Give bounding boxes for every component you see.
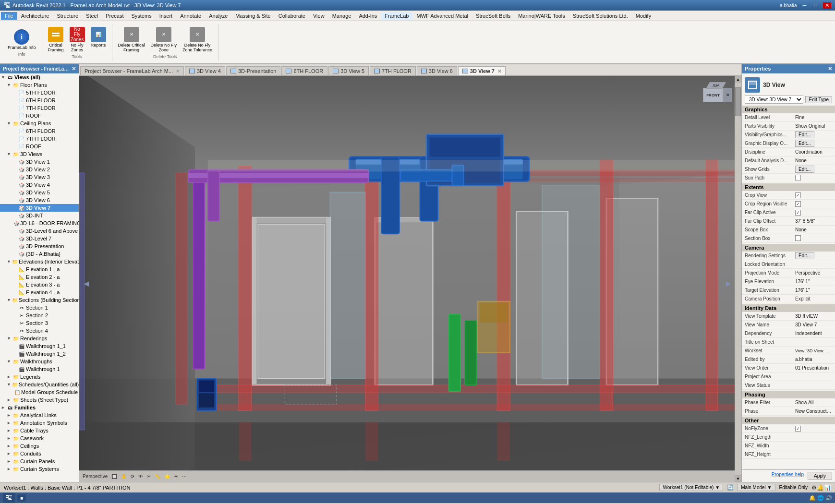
framelab-info-button[interactable]: i FrameLab Info bbox=[6, 28, 38, 51]
viewport[interactable]: FRONT TOP R ▲ ▼ ◄ ► Perspective 🔲 ✋ bbox=[79, 76, 741, 482]
menu-item-file[interactable]: File bbox=[1, 12, 17, 20]
tree-3d-views[interactable]: ▼ 📁 3D Views bbox=[0, 150, 79, 158]
sun-path-checkbox[interactable] bbox=[795, 175, 801, 180]
crop-region-checkbox[interactable] bbox=[795, 201, 801, 207]
menu-item-framelab[interactable]: FrameLab bbox=[381, 12, 412, 20]
delete-nfz-tolerance-button[interactable]: ✕ Delete No FlyZone Tolerance bbox=[181, 26, 214, 53]
main-model-label[interactable]: Main Model ▼ bbox=[738, 484, 775, 491]
tree-3dview6[interactable]: 🎲 3D View 6 bbox=[0, 196, 79, 204]
tree-3d-level7[interactable]: 🎲 3D-Level 7 bbox=[0, 235, 79, 242]
menu-item-addins[interactable]: Add-Ins bbox=[355, 12, 381, 20]
tree-3d-door-framing[interactable]: 🎲 3D-L6 - DOOR FRAMING bbox=[0, 219, 79, 227]
section-right-arrow[interactable]: ► bbox=[724, 279, 733, 289]
props-section-camera[interactable]: Camera bbox=[742, 244, 835, 252]
reports-button[interactable]: 📊 Reports bbox=[89, 26, 108, 53]
properties-close[interactable]: ✕ bbox=[828, 66, 832, 72]
menu-item-architecture[interactable]: Architecture bbox=[17, 12, 53, 20]
vp-tool-shadows[interactable]: ☀ bbox=[172, 473, 180, 480]
tree-3d-presentation[interactable]: 🎲 3D-Presentation bbox=[0, 242, 79, 250]
minimize-button[interactable]: ─ bbox=[801, 2, 809, 8]
tree-cable-trays[interactable]: ► 📁 Cable Trays bbox=[0, 427, 79, 434]
menu-item-analyze[interactable]: Analyze bbox=[205, 12, 231, 20]
tree-annotation-symbols[interactable]: ► 📁 Annotation Symbols bbox=[0, 419, 79, 427]
tree-renderings[interactable]: ▼ 📁 Renderings bbox=[0, 335, 79, 342]
graphic-display-edit[interactable]: Edit... bbox=[795, 140, 814, 147]
menu-item-precast[interactable]: Precast bbox=[102, 12, 127, 20]
scroll-track[interactable] bbox=[735, 83, 741, 475]
project-browser-close[interactable]: ✕ bbox=[72, 66, 76, 72]
menu-item-manage[interactable]: Manage bbox=[328, 12, 355, 20]
tree-ceilings[interactable]: ► 📁 Ceilings bbox=[0, 442, 79, 450]
tree-model-groups-schedule[interactable]: 📋 Model Groups Schedule bbox=[0, 388, 79, 396]
props-section-phasing[interactable]: Phasing bbox=[742, 391, 835, 398]
tab-6th-floor[interactable]: 6TH FLOOR bbox=[281, 66, 327, 75]
editable-only-label[interactable]: Editable Only bbox=[779, 485, 808, 490]
tree-ceil-7th[interactable]: 📄 7TH FLOOR bbox=[0, 135, 79, 143]
tree-3dview5[interactable]: 🎲 3D View 5 bbox=[0, 189, 79, 196]
menu-item-annotate[interactable]: Annotate bbox=[176, 12, 205, 20]
nav-cube[interactable]: FRONT TOP R bbox=[697, 80, 733, 116]
tab-3dview4[interactable]: 3D View 4 bbox=[185, 66, 225, 75]
visibility-graphics-edit[interactable]: Edit... bbox=[795, 131, 814, 138]
tab-3d-presentation[interactable]: 3D-Presentation bbox=[226, 66, 281, 75]
tree-sec4[interactable]: ✂ Section 4 bbox=[0, 327, 79, 335]
tree-3d-int[interactable]: 🎲 3D-INT bbox=[0, 212, 79, 219]
tree-analytical-links[interactable]: ► 📁 Analytical Links bbox=[0, 411, 79, 419]
tree-conduits[interactable]: ► 📁 Conduits bbox=[0, 450, 79, 457]
tree-schedules[interactable]: ▼ 📁 Schedules/Quantities (all) bbox=[0, 381, 79, 388]
tree-3dview7[interactable]: 🎲 3D View 7 bbox=[0, 204, 79, 212]
tab-7th-floor[interactable]: 7TH FLOOR bbox=[370, 66, 416, 75]
taskbar-icon[interactable]: 🏗 bbox=[3, 493, 15, 503]
tree-3d-level6[interactable]: 🎲 3D-Level 6 and Above bbox=[0, 227, 79, 235]
menu-item-modify[interactable]: Modify bbox=[632, 12, 655, 20]
menu-item-massing[interactable]: Massing & Site bbox=[231, 12, 274, 20]
scroll-thumb[interactable] bbox=[735, 87, 741, 116]
crop-view-checkbox[interactable] bbox=[795, 192, 801, 198]
critical-framing-button[interactable]: CriticalFraming bbox=[46, 26, 66, 53]
tab-3dview6[interactable]: 3D View 6 bbox=[417, 66, 457, 75]
menu-item-strucsoft[interactable]: StrucSoft Bells bbox=[472, 12, 514, 20]
tab-3dview7[interactable]: 3D View 7 ✕ bbox=[458, 66, 506, 75]
tree-walkthrough11[interactable]: 🎬 Walkthrough 1_1 bbox=[0, 342, 79, 350]
menu-item-systems[interactable]: Systems bbox=[127, 12, 155, 20]
tree-walkthrough12[interactable]: 🎬 Walkthrough 1_2 bbox=[0, 350, 79, 358]
tree-ceiling-plans[interactable]: ▼ 📁 Ceiling Plans bbox=[0, 120, 79, 127]
tree-elev1[interactable]: 📐 Elevation 1 - a bbox=[0, 265, 79, 273]
vp-tool-pan[interactable]: ✋ bbox=[120, 473, 128, 480]
no-fly-zones-button[interactable]: NoFlyZones No FlyZones bbox=[68, 26, 87, 53]
menu-item-strucsoft2[interactable]: StrucSoft Solutions Ltd. bbox=[569, 12, 632, 20]
viewport-scrollbar[interactable]: ▲ ▼ bbox=[735, 76, 741, 482]
tree-sec3[interactable]: ✂ Section 3 bbox=[0, 319, 79, 327]
props-section-extents[interactable]: Extents bbox=[742, 183, 835, 191]
tree-roof-fp[interactable]: 📄 ROOF bbox=[0, 112, 79, 120]
menu-item-insert[interactable]: Insert bbox=[156, 12, 177, 20]
tree-elev4[interactable]: 📐 Elevation 4 - a bbox=[0, 288, 79, 296]
tree-3dview3[interactable]: 🎲 3D View 3 bbox=[0, 173, 79, 181]
props-section-other[interactable]: Other bbox=[742, 417, 835, 424]
menu-item-steel[interactable]: Steel bbox=[82, 12, 102, 20]
tree-sheets[interactable]: ► 📁 Sheets (Sheet Type) bbox=[0, 396, 79, 404]
props-section-identity[interactable]: Identity Data bbox=[742, 304, 835, 312]
vp-tool-walkthrough[interactable]: 👁 bbox=[137, 473, 145, 480]
section-box-checkbox[interactable] bbox=[795, 235, 801, 241]
tree-curtain-systems[interactable]: ► 📁 Curtain Systems bbox=[0, 465, 79, 473]
tree-views-all[interactable]: ▼ 🗂 Views (all) bbox=[0, 73, 79, 81]
tree-ceil-6th[interactable]: 📄 6TH FLOOR bbox=[0, 127, 79, 135]
scroll-up-button[interactable]: ▲ bbox=[735, 76, 741, 83]
tree-elevations[interactable]: ▼ 📁 Elevations (Interior Elevation) bbox=[0, 258, 79, 265]
vp-tool-section[interactable]: ✂ bbox=[145, 473, 152, 480]
tree-legends[interactable]: ► 📁 Legends bbox=[0, 373, 79, 381]
sync-icon[interactable]: 🔄 bbox=[727, 484, 734, 491]
tab-3dview5[interactable]: 3D View 5 bbox=[328, 66, 369, 75]
edit-type-button[interactable]: Edit Type bbox=[805, 96, 832, 103]
noflyzone-checkbox[interactable] bbox=[795, 426, 801, 432]
vp-tool-measure[interactable]: 📏 bbox=[153, 473, 162, 480]
tree-5th-floor[interactable]: 📄 5TH FLOOR bbox=[0, 89, 79, 96]
tree-casework[interactable]: ► 📁 Casework bbox=[0, 434, 79, 442]
taskbar-start[interactable]: ■ bbox=[17, 494, 26, 502]
tab-project-browser[interactable]: Project Browser - FrameLab Arch M... ✕ bbox=[80, 66, 184, 75]
tree-3dview2[interactable]: 🎲 3D View 2 bbox=[0, 166, 79, 173]
menu-item-mwf[interactable]: MWF Advanced Metal bbox=[412, 12, 472, 20]
tree-sec2[interactable]: ✂ Section 2 bbox=[0, 312, 79, 319]
tree-sec1[interactable]: ✂ Section 1 bbox=[0, 304, 79, 312]
